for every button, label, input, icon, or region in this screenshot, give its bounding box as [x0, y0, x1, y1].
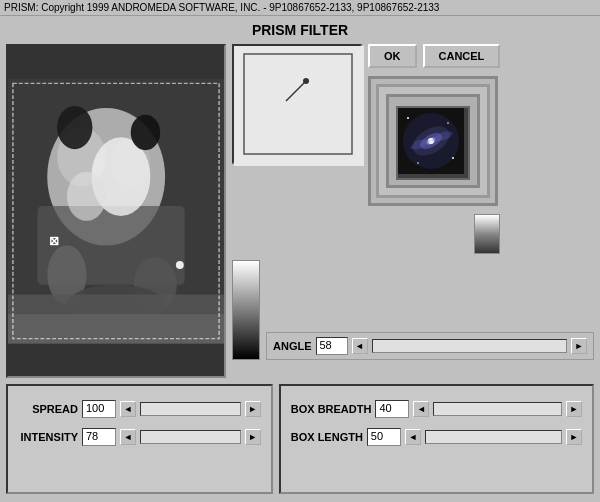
box-length-slider[interactable]: [425, 430, 562, 444]
top-section: ⊠: [6, 44, 594, 378]
svg-rect-18: [234, 46, 364, 166]
svg-point-29: [447, 122, 449, 124]
box-breadth-value[interactable]: 40: [375, 400, 409, 418]
spread-row: SPREAD 100 ◄ ►: [18, 400, 261, 418]
bottom-section: SPREAD 100 ◄ ► INTENSITY 78 ◄ ► BOX BREA…: [6, 384, 594, 494]
spread-label: SPREAD: [18, 403, 78, 415]
prism-preview: [232, 44, 362, 164]
intensity-slider[interactable]: [140, 430, 241, 444]
svg-point-28: [407, 117, 409, 119]
angle-value[interactable]: 58: [316, 337, 348, 355]
intensity-value[interactable]: 78: [82, 428, 116, 446]
svg-point-30: [417, 162, 419, 164]
box-breadth-row: BOX BREADTH 40 ◄ ►: [291, 400, 582, 418]
spread-right-arrow[interactable]: ►: [245, 401, 261, 417]
box-length-value[interactable]: 50: [367, 428, 401, 446]
box-breadth-left-arrow[interactable]: ◄: [413, 401, 429, 417]
svg-point-15: [176, 261, 184, 269]
intensity-label: INTENSITY: [18, 431, 78, 443]
spread-slider[interactable]: [140, 402, 241, 416]
svg-text:⊠: ⊠: [49, 234, 59, 247]
svg-point-11: [57, 106, 92, 149]
gradient-strip: [232, 260, 260, 360]
button-row: OK CANCEL: [368, 44, 500, 68]
ok-button[interactable]: OK: [368, 44, 417, 68]
filter-title: PRISM FILTER: [6, 22, 594, 38]
svg-point-12: [131, 115, 160, 150]
spread-value[interactable]: 100: [82, 400, 116, 418]
intensity-left-arrow[interactable]: ◄: [120, 429, 136, 445]
middle-section: OK CANCEL: [232, 44, 594, 378]
cancel-button[interactable]: CANCEL: [423, 44, 501, 68]
spread-left-arrow[interactable]: ◄: [120, 401, 136, 417]
intensity-right-arrow[interactable]: ►: [245, 429, 261, 445]
box-length-label: BOX LENGTH: [291, 431, 363, 443]
svg-point-31: [452, 157, 454, 159]
box-breadth-right-arrow[interactable]: ►: [566, 401, 582, 417]
top-middle-row: OK CANCEL: [232, 44, 594, 254]
title-bar: PRISM: Copyright 1999 ANDROMEDA SOFTWARE…: [0, 0, 600, 16]
box-breadth-slider[interactable]: [433, 402, 562, 416]
angle-slider[interactable]: [372, 339, 568, 353]
angle-label: ANGLE: [273, 340, 312, 352]
svg-point-10: [67, 172, 106, 221]
box-length-row: BOX LENGTH 50 ◄ ►: [291, 428, 582, 446]
color-strip-right: [474, 214, 500, 254]
square-inner: [396, 106, 470, 180]
box-breadth-label: BOX BREADTH: [291, 403, 372, 415]
angle-control-row: ANGLE 58 ◄ ►: [266, 332, 594, 360]
title-text: PRISM: Copyright 1999 ANDROMEDA SOFTWARE…: [4, 2, 439, 13]
right-controls: OK CANCEL: [368, 44, 500, 254]
box-length-right-arrow[interactable]: ►: [566, 429, 582, 445]
image-preview: ⊠: [6, 44, 226, 378]
angle-right-arrow[interactable]: ►: [571, 338, 587, 354]
angle-left-arrow[interactable]: ◄: [352, 338, 368, 354]
svg-point-21: [303, 78, 309, 84]
gradient-angle-row: ANGLE 58 ◄ ►: [232, 260, 594, 360]
nested-squares-preview: [368, 76, 498, 206]
bottom-right-panel: BOX BREADTH 40 ◄ ► BOX LENGTH 50 ◄ ►: [279, 384, 594, 494]
box-length-left-arrow[interactable]: ◄: [405, 429, 421, 445]
intensity-row: INTENSITY 78 ◄ ►: [18, 428, 261, 446]
bottom-left-panel: SPREAD 100 ◄ ► INTENSITY 78 ◄ ►: [6, 384, 273, 494]
main-container: PRISM FILTER: [0, 16, 600, 500]
